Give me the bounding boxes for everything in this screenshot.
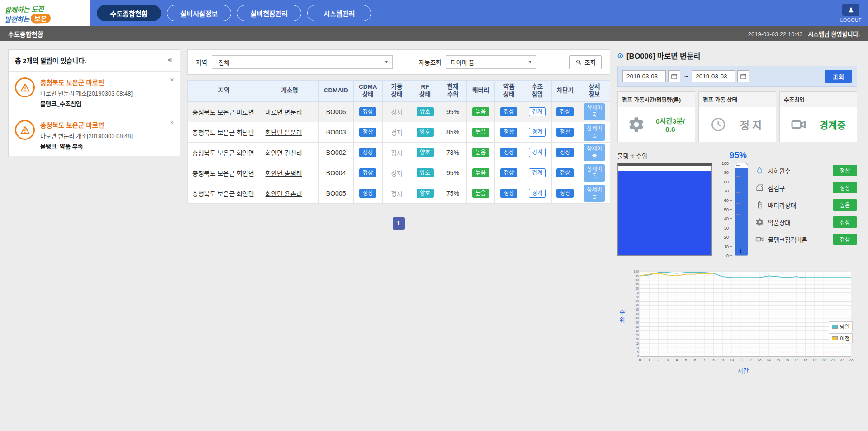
date-to-input[interactable] (692, 70, 735, 82)
scale-tick (730, 209, 732, 210)
run-status-text: 정지 (391, 129, 403, 136)
date-from-input[interactable] (622, 70, 666, 82)
intrusion-card-title: 수조침입 (780, 92, 857, 107)
site-name-link[interactable]: 회인면 용촌리 (266, 190, 302, 197)
close-alarm-button[interactable]: × (170, 76, 174, 84)
breaker-badge: 정상 (556, 148, 574, 158)
auto-refresh-value: 타이머 끔 (451, 58, 474, 67)
region-select[interactable]: -전체- ▼ (212, 55, 393, 69)
current-timestamp: 2019-03-03 22:10:43 (748, 31, 803, 38)
column-header-cdmaid: CDMAID (318, 81, 353, 102)
svg-text:20: 20 (635, 338, 639, 341)
table-row[interactable]: 충청북도 보은군 회인면 회인면 용촌리 BO005 정상 정지 양호 75% … (188, 183, 610, 203)
battery-badge: 높음 (472, 189, 489, 198)
svg-text:21: 21 (831, 358, 835, 362)
column-header-region: 지역 (188, 81, 261, 102)
region-select-value: -전체- (217, 58, 232, 67)
svg-text:95: 95 (635, 274, 639, 278)
top-bar: 함께하는 도전 발전하는보은 수도종합현황 설비시설정보 설비현장관리 시스템관… (0, 0, 868, 26)
svg-text:23: 23 (849, 358, 854, 362)
search-button-label: 조회 (584, 57, 596, 67)
nav-tab-field-management[interactable]: 설비현장관리 (237, 5, 301, 21)
calendar-button-from[interactable] (668, 70, 680, 82)
breaker-badge: 정상 (556, 189, 574, 198)
intrusion-value: 경계중 (820, 118, 846, 131)
level-gauge: L (735, 163, 748, 256)
cdma-status-badge: 정상 (359, 148, 376, 158)
app-logo[interactable]: 함께하는 도전 발전하는보은 (0, 0, 90, 26)
svg-text:90: 90 (635, 278, 639, 282)
table-row[interactable]: 충청북도 보은군 회인면 회인면 송평리 BO004 정상 정지 양호 95% … (188, 163, 610, 183)
water-level-cell: 75% (439, 183, 467, 203)
column-header-intrusion: 수조 침입 (523, 81, 552, 102)
detail-move-button[interactable]: 상세이동 (584, 144, 605, 161)
table-row[interactable]: 충청북도 보은군 회인면 회인면 건천리 BO002 정상 정지 양호 73% … (188, 142, 610, 163)
status-row: 물탱크점검버튼 정상 (755, 234, 857, 245)
tank-fill (618, 171, 711, 255)
site-name-link[interactable]: 회인면 건천리 (266, 149, 302, 157)
rf-status-badge: 양호 (417, 168, 434, 178)
site-name-link[interactable]: 회남면 은운리 (266, 129, 302, 136)
sites-section: 지역 -전체- ▼ 자동조회 타이머 끔 ▼ 조회 (187, 49, 610, 230)
svg-text:11: 11 (739, 358, 743, 362)
cdmaid-cell: BO006 (318, 101, 353, 122)
legend-label-today: 당일 (840, 323, 849, 330)
table-row[interactable]: 충청북도 보은군 마로면 마로면 변둔리 BO006 정상 정지 양호 95% … (188, 101, 610, 122)
tank-scale: 100 90 80 70 60 50 40 30 20 10 0 (715, 161, 732, 258)
table-row[interactable]: 충청북도 보은군 회남면 회남면 은운리 BO003 정상 정지 양호 85% … (188, 122, 610, 142)
svg-text:55: 55 (635, 308, 639, 311)
cdmaid-cell: BO004 (318, 163, 353, 183)
page-title: 수도종합현황 (8, 29, 43, 38)
status-label: 물탱크점검버튼 (768, 235, 829, 244)
scale-tick (730, 246, 732, 247)
column-header-detail: 상세 정보 (579, 81, 610, 102)
nav-tab-water-overview[interactable]: 수도종합현황 (97, 5, 161, 21)
scale-label: 20 (724, 235, 729, 239)
scale-label: 70 (724, 188, 729, 193)
detail-move-button[interactable]: 상세이동 (584, 164, 605, 182)
page-button-1[interactable]: 1 (393, 217, 405, 230)
logout-button[interactable]: LOGOUT (840, 4, 862, 23)
alarm-body: 충청북도 보은군 마로면 마로면 변둔리 개소[20190303 08:48] … (40, 77, 133, 108)
tank-visualization: 100 90 80 70 60 50 40 30 20 10 0 L (617, 163, 857, 256)
status-badge: 정상 (833, 234, 857, 245)
auto-refresh-select[interactable]: 타이머 끔 ▼ (446, 55, 536, 69)
detail-move-button[interactable]: 상세이동 (584, 185, 605, 202)
detail-move-button[interactable]: 상세이동 (584, 124, 605, 141)
run-status-text: 정지 (391, 170, 403, 177)
warning-icon (15, 120, 35, 140)
chemical-badge: 정상 (500, 128, 517, 137)
battery-badge: 높음 (472, 148, 489, 158)
status-label: 배터리상태 (768, 201, 829, 210)
site-name-link[interactable]: 마로면 변둔리 (266, 109, 302, 116)
water-level-cell: 95% (439, 101, 467, 122)
detail-move-button[interactable]: 상세이동 (584, 103, 605, 120)
detail-search-button[interactable]: 조회 (825, 70, 852, 83)
nav-tab-system-management[interactable]: 시스템관리 (307, 5, 371, 21)
svg-text:18: 18 (803, 358, 808, 362)
search-button[interactable]: 조회 (569, 55, 602, 69)
cdma-status-badge: 정상 (359, 107, 376, 117)
scale-tick (730, 237, 732, 237)
site-name-link[interactable]: 회인면 송평리 (266, 170, 302, 177)
collapse-icon (166, 57, 172, 63)
svg-text:0: 0 (637, 354, 639, 358)
nav-tab-facility-info[interactable]: 설비시설정보 (167, 5, 231, 21)
chart-y-axis-label: 수위 (617, 309, 626, 325)
column-header-cdma-status: CDMA 상태 (353, 81, 383, 102)
calendar-button-to[interactable] (737, 70, 749, 82)
intrusion-badge: 경계 (529, 168, 546, 178)
gear-icon (628, 116, 645, 133)
user-icon (842, 4, 859, 16)
column-header-site-name: 개소명 (261, 81, 318, 102)
tank-check-camera-icon (755, 235, 764, 244)
close-alarm-button[interactable]: × (170, 119, 174, 126)
search-icon (575, 59, 582, 65)
svg-text:75: 75 (635, 291, 639, 294)
calendar-icon (671, 73, 678, 80)
section-divider (617, 263, 857, 263)
alarm-detail: 물탱크_약품 부족 (40, 142, 133, 150)
collapse-alarms-button[interactable] (166, 56, 173, 65)
rf-status-badge: 양호 (417, 128, 434, 137)
svg-text:60: 60 (635, 304, 639, 307)
